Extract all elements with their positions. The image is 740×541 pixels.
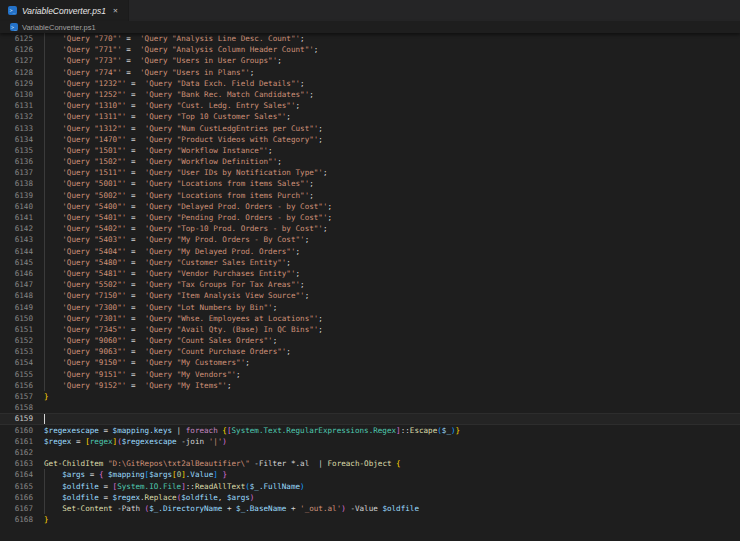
indent-guide <box>44 212 45 223</box>
code-token: 'Query "9150"' <box>62 358 126 367</box>
line-number: 6164 <box>0 469 33 480</box>
code-line[interactable]: 6137 'Query "1511"' = 'Query "User IDs b… <box>0 167 740 178</box>
code-token: 'Query "Tax Groups For Tax Areas"' <box>145 280 300 289</box>
code-line[interactable]: 6146 'Query "5481"' = 'Query "Vendor Pur… <box>0 268 740 279</box>
code-token: = <box>85 470 99 479</box>
indent-guide <box>44 167 45 178</box>
code-text: 'Query "774"' = 'Query "Users in Plans"'… <box>33 67 254 78</box>
code-line[interactable]: 6160$regexescape = $mapping.keys | forea… <box>0 425 740 436</box>
code-text <box>33 413 44 424</box>
code-line[interactable]: 6142 'Query "5402"' = 'Query "Top-10 Pro… <box>0 223 740 234</box>
code-token: :: <box>401 426 410 435</box>
code-line[interactable]: 6167 Set-Content -Path ($_.DirectoryName… <box>0 503 740 514</box>
code-line[interactable]: 6131 'Query "1310"' = 'Query "Cust. Ledg… <box>0 100 740 111</box>
code-token: 'Query "My Items"' <box>145 381 227 390</box>
code-line[interactable]: 6133 'Query "1312"' = 'Query "Num CustLe… <box>0 123 740 134</box>
code-token <box>44 235 62 244</box>
code-line[interactable]: 6134 'Query "1470"' = 'Query "Product Vi… <box>0 134 740 145</box>
code-line[interactable]: 6156 'Query "9152"' = 'Query "My Items"'… <box>0 380 740 391</box>
code-token <box>44 493 62 502</box>
code-line[interactable]: 6161$regex = [regex]($regexescape -join … <box>0 436 740 447</box>
code-token <box>135 269 144 278</box>
code-line[interactable]: 6152 'Query "9060"' = 'Query "Count Sale… <box>0 335 740 346</box>
line-number: 6157 <box>0 391 33 402</box>
code-line[interactable]: 6151 'Query "7345"' = 'Query "Avail Qty.… <box>0 324 740 335</box>
code-line[interactable]: 6138 'Query "5001"' = 'Query "Locations … <box>0 178 740 189</box>
code-line[interactable]: 6128 'Query "774"' = 'Query "Users in Pl… <box>0 67 740 78</box>
code-line[interactable]: 6168} <box>0 514 740 525</box>
line-number: 6159 <box>0 413 33 424</box>
code-line[interactable]: 6145 'Query "5480"' = 'Query "Customer S… <box>0 257 740 268</box>
code-line[interactable]: 6166 $oldfile = $regex.Replace($oldfile,… <box>0 492 740 503</box>
code-token: *.al <box>286 459 318 468</box>
code-token <box>44 34 62 43</box>
code-token <box>44 303 62 312</box>
code-line[interactable]: 6135 'Query "1501"' = 'Query "Workflow I… <box>0 145 740 156</box>
line-number: 6144 <box>0 246 33 257</box>
code-line[interactable]: 6157} <box>0 391 740 402</box>
close-tab-icon[interactable]: ✕ <box>111 6 120 16</box>
code-token: 'Query "5403"' <box>62 235 126 244</box>
code-token: 'Query "771"' <box>62 45 121 54</box>
code-line[interactable]: 6154 'Query "9150"' = 'Query "My Custome… <box>0 357 740 368</box>
code-line[interactable]: 6125 'Query "770"' = 'Query "Analysis Li… <box>0 33 740 44</box>
code-token <box>44 45 62 54</box>
code-line[interactable]: 6129 'Query "1232"' = 'Query "Data Exch.… <box>0 78 740 89</box>
code-token: 'Query "9060"' <box>62 336 126 345</box>
code-token: $oldfile <box>382 504 419 513</box>
code-line[interactable]: 6130 'Query "1252"' = 'Query "Bank Rec. … <box>0 89 740 100</box>
code-line[interactable]: 6163Get-ChildItem "D:\GitRepos\txt2alBea… <box>0 458 740 469</box>
code-token: '_out.al' <box>300 504 341 513</box>
code-token: ; <box>227 381 232 390</box>
code-line[interactable]: 6164 $args = { $mapping[$args[0].Value] … <box>0 469 740 480</box>
code-line[interactable]: 6126 'Query "771"' = 'Query "Analysis Co… <box>0 44 740 55</box>
code-token: | <box>172 426 186 435</box>
code-token: ; <box>286 258 291 267</box>
code-line[interactable]: 6147 'Query "5502"' = 'Query "Tax Groups… <box>0 279 740 290</box>
code-line[interactable]: 6141 'Query "5401"' = 'Query "Pending Pr… <box>0 212 740 223</box>
code-line[interactable]: 6140 'Query "5400"' = 'Query "Delayed Pr… <box>0 201 740 212</box>
code-token: System.Text.RegularExpressions.Regex <box>232 426 397 435</box>
line-number: 6129 <box>0 78 33 89</box>
code-line[interactable]: 6132 'Query "1311"' = 'Query "Top 10 Cus… <box>0 111 740 122</box>
code-line[interactable]: 6150 'Query "7301"' = 'Query "Whse. Empl… <box>0 313 740 324</box>
indent-guide <box>44 313 45 324</box>
code-line[interactable]: 6158 <box>0 402 740 413</box>
indent-guide <box>44 234 45 245</box>
code-token: + <box>222 504 236 513</box>
code-line[interactable]: 6159 <box>0 413 740 424</box>
code-line[interactable]: 6155 'Query "9151"' = 'Query "My Vendors… <box>0 369 740 380</box>
indent-guide <box>44 123 45 134</box>
code-area[interactable]: 6125 'Query "770"' = 'Query "Analysis Li… <box>0 33 740 525</box>
line-number: 6133 <box>0 123 33 134</box>
code-token <box>135 112 144 121</box>
powershell-file-icon: >_ <box>8 6 17 15</box>
code-token: $regexescape <box>122 437 177 446</box>
code-text: 'Query "1501"' = 'Query "Workflow Instan… <box>33 145 273 156</box>
code-line[interactable]: 6148 'Query "7150"' = 'Query "Item Analy… <box>0 290 740 301</box>
code-line[interactable]: 6162 <box>0 447 740 458</box>
code-text: 'Query "1470"' = 'Query "Product Videos … <box>33 134 323 145</box>
code-line[interactable]: 6143 'Query "5403"' = 'Query "My Prod. O… <box>0 234 740 245</box>
indent-guide <box>44 67 45 78</box>
code-line[interactable]: 6165 $oldfile = [System.IO.File]::ReadAl… <box>0 481 740 492</box>
code-line[interactable]: 6149 'Query "7300"' = 'Query "Lot Number… <box>0 302 740 313</box>
code-line[interactable]: 6136 'Query "1502"' = 'Query "Workflow D… <box>0 156 740 167</box>
code-line[interactable]: 6144 'Query "5404"' = 'Query "My Delayed… <box>0 246 740 257</box>
indent-guide <box>44 335 45 346</box>
indent-guide <box>44 492 45 503</box>
code-token: 'Query "9152"' <box>62 381 126 390</box>
code-token: 'Query "Num CustLedgEntries per Cust"' <box>145 124 319 133</box>
code-text: 'Query "1312"' = 'Query "Num CustLedgEnt… <box>33 123 323 134</box>
indent-guide <box>44 89 45 100</box>
code-line[interactable]: 6127 'Query "773"' = 'Query "Users in Us… <box>0 55 740 66</box>
breadcrumb-file-item[interactable]: VariableConverter.ps1 <box>22 23 96 32</box>
code-token: $args <box>227 493 250 502</box>
code-line[interactable]: 6153 'Query "9063"' = 'Query "Count Purc… <box>0 346 740 357</box>
code-text: 'Query "1502"' = 'Query "Workflow Defini… <box>33 156 282 167</box>
line-number: 6161 <box>0 436 33 447</box>
code-line[interactable]: 6139 'Query "5002"' = 'Query "Locations … <box>0 190 740 201</box>
tab-variableconverter-ps1[interactable]: >_ VariableConverter.ps1 ✕ <box>0 0 129 21</box>
code-token: ; <box>300 34 305 43</box>
code-token: 'Query "Delayed Prod. Orders - by Cost"' <box>145 202 328 211</box>
